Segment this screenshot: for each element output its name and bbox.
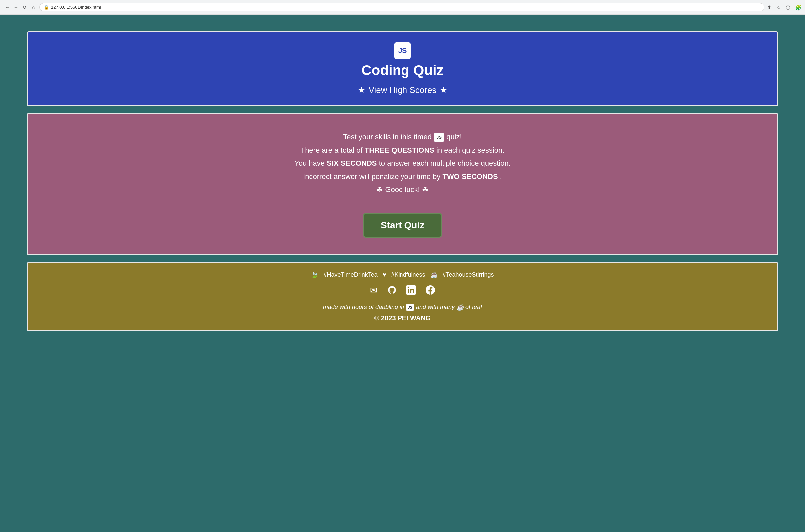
description-text: Test your skills in this timed JS quiz! … [38, 131, 767, 196]
star-left-icon: ★ [358, 85, 365, 95]
footer-card: 🍃 #HaveTimeDrinkTea ♥ #Kindfulness ☕ #Te… [27, 262, 778, 331]
puzzle-icon[interactable]: 🧩 [795, 4, 801, 10]
desc-line4: Incorrect answer will penalize your time… [38, 170, 767, 184]
url-text: 127.0.0.1:5501/index.html [51, 5, 101, 10]
hashtag-kindfulness: #Kindfulness [391, 271, 425, 278]
browser-chrome: ← → ↺ ⌂ 🔒 127.0.0.1:5501/index.html ⬆ ☆ … [0, 0, 805, 15]
good-luck-line: ☘ Good luck! ☘ [38, 183, 767, 196]
footer-made-with: made with hours of dabbling in JS and wi… [34, 304, 771, 311]
app-title: Coding Quiz [34, 62, 771, 78]
hashtag-tea: #HaveTimeDrinkTea [323, 271, 377, 278]
tea-icon-footer: ☕ [456, 304, 464, 310]
coffee-icon: ☕ [431, 271, 438, 279]
nav-buttons: ← → ↺ ⌂ [4, 4, 37, 11]
page-wrapper: JS Coding Quiz ★ View High Scores ★ Test… [0, 21, 805, 341]
forward-button[interactable]: → [13, 4, 19, 11]
social-icons-row: ✉ [34, 285, 771, 297]
github-icon[interactable] [387, 285, 397, 297]
address-bar[interactable]: 🔒 127.0.0.1:5501/index.html [39, 3, 764, 11]
js-icon-large: JS [394, 42, 411, 59]
header-card: JS Coding Quiz ★ View High Scores ★ [27, 31, 778, 106]
toolbar-icons: ⬆ ☆ ⬡ 🧩 [767, 4, 801, 10]
high-scores-label: View High Scores [368, 85, 437, 95]
js-icon-inline-1: JS [435, 133, 444, 142]
footer-copyright: © 2023 PEI WANG [34, 314, 771, 322]
lock-icon: 🔒 [44, 5, 49, 10]
bookmark-icon[interactable]: ☆ [776, 4, 782, 10]
desc-line3: You have SIX SECONDS to answer each mult… [38, 157, 767, 170]
heart-icon: ♥ [383, 271, 386, 278]
home-button[interactable]: ⌂ [30, 4, 37, 11]
desc-line1: Test your skills in this timed JS quiz! [38, 131, 767, 144]
reload-button[interactable]: ↺ [21, 4, 28, 11]
start-quiz-button[interactable]: Start Quiz [363, 213, 442, 238]
clover-right-icon: ☘ [422, 186, 429, 194]
clover-left-icon: ☘ [376, 186, 383, 194]
star-right-icon: ★ [440, 85, 447, 95]
facebook-icon[interactable] [426, 285, 435, 297]
main-card: Test your skills in this timed JS quiz! … [27, 113, 778, 255]
extension-icon[interactable]: ⬡ [786, 4, 792, 10]
hashtags-row: 🍃 #HaveTimeDrinkTea ♥ #Kindfulness ☕ #Te… [34, 271, 771, 279]
js-icon-footer: JS [406, 304, 414, 311]
high-scores-link[interactable]: ★ View High Scores ★ [358, 85, 448, 95]
share-icon[interactable]: ⬆ [767, 4, 773, 10]
leaf-icon: 🍃 [311, 271, 318, 279]
linkedin-icon[interactable] [406, 285, 416, 297]
hashtag-teahouse: #TeahouseStirrings [443, 271, 494, 278]
desc-line2: There are a total of THREE QUESTIONS in … [38, 144, 767, 157]
back-button[interactable]: ← [4, 4, 11, 11]
js-logo-wrapper: JS [394, 42, 411, 62]
email-icon[interactable]: ✉ [370, 285, 377, 297]
